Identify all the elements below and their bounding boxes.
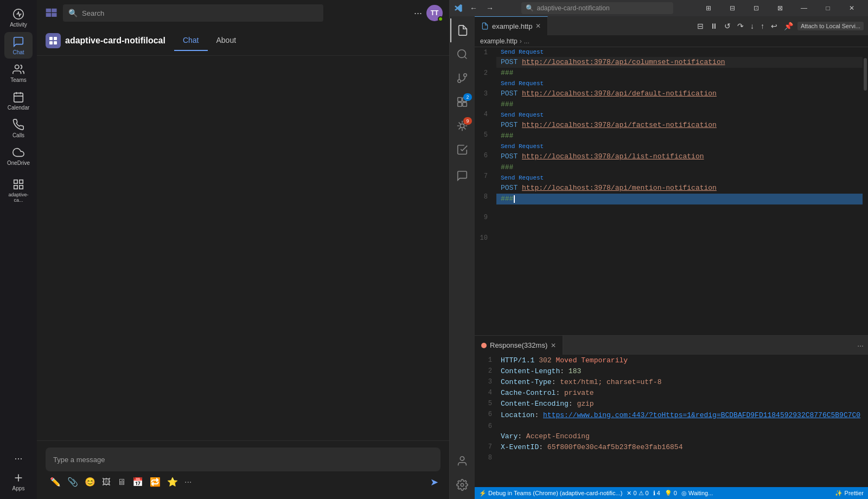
restart-btn[interactable]: ↺	[722, 21, 733, 31]
chat-label: Chat	[12, 49, 24, 55]
chat-input-field[interactable]: Type a message	[46, 447, 441, 471]
send-request-9[interactable]: Send Request	[496, 173, 863, 183]
sidebar-item-app[interactable]: adaptive-ca...	[4, 175, 33, 206]
send-request-7[interactable]: Send Request	[496, 142, 863, 151]
send-request-1[interactable]: Send Request	[496, 47, 863, 57]
sidebar-item-onedrive[interactable]: OneDrive	[4, 143, 33, 169]
svg-rect-2	[14, 93, 23, 103]
vscode-logo-icon	[454, 4, 463, 12]
split-editor-btn[interactable]: ⊟	[695, 21, 706, 31]
attach-icon[interactable]: 📎	[65, 475, 80, 489]
layout-icon-3[interactable]: ⊡	[744, 0, 768, 16]
response-close-btn[interactable]: ✕	[551, 342, 556, 349]
attach-server-btn[interactable]: Attach to Local Servi...	[797, 22, 864, 30]
url-3[interactable]: http://localhost:3978/api/default-notifi…	[522, 88, 717, 99]
editor-line-6: ###	[496, 131, 863, 142]
undo-btn[interactable]: ↩	[769, 21, 780, 31]
method-5: POST	[501, 120, 518, 131]
statusbar-hint-count[interactable]: 💡 0	[665, 490, 677, 497]
praise-icon[interactable]: ⭐	[165, 475, 180, 489]
line-numbers: 1 · 2 · 3 · 4 · 5 · 6 · 7 · 8 · 9	[475, 47, 496, 335]
statusbar-prettier[interactable]: ✨ Prettier	[835, 490, 864, 497]
search-activity-icon[interactable]	[450, 42, 474, 66]
statusbar-info-count[interactable]: ℹ 4	[653, 490, 660, 497]
chat-activity-icon[interactable]	[450, 164, 474, 188]
send-request-5[interactable]: Send Request	[496, 110, 863, 120]
sidebar-item-add-apps[interactable]: Apps	[4, 468, 33, 495]
sidebar-item-teams[interactable]: Teams	[4, 60, 33, 86]
forward-btn[interactable]: →	[482, 1, 497, 15]
send-button[interactable]: ➤	[430, 476, 438, 488]
response-tab[interactable]: Response(332ms) ✕	[475, 336, 563, 355]
editor-line-8: ###	[496, 162, 863, 173]
svg-point-26	[460, 457, 464, 460]
method-9: POST	[501, 183, 518, 194]
test-icon[interactable]	[450, 138, 474, 162]
sidebar-item-chat[interactable]: Chat	[4, 32, 33, 59]
explorer-icon[interactable]	[450, 18, 474, 42]
vscode-editor-area[interactable]: 1 · 2 · 3 · 4 · 5 · 6 · 7 · 8 · 9	[475, 47, 868, 335]
tab-chat[interactable]: Chat	[174, 30, 208, 51]
statusbar-errors[interactable]: ✕ 0 ⚠ 0	[627, 490, 648, 497]
url-5[interactable]: http://localhost:3978/api/factset-notifi…	[522, 120, 717, 131]
extensions-icon[interactable]: 2	[450, 90, 474, 114]
sidebar-item-more[interactable]: ···	[4, 449, 33, 468]
response-line-7: Vary : Accept-Encoding	[501, 431, 868, 442]
url-1[interactable]: http://localhost:3978/api/columnset-noti…	[522, 57, 725, 68]
url-7[interactable]: http://localhost:3978/api/list-notificat…	[522, 151, 704, 162]
step-out-btn[interactable]: ↑	[758, 21, 767, 31]
vscode-search-bar[interactable]: 🔍 adaptive-card-notification	[521, 2, 673, 14]
more-toolbar-icon[interactable]: ···	[182, 475, 194, 489]
loop-icon[interactable]: 🔁	[148, 475, 163, 489]
statusbar-debug-info[interactable]: ⚡ Debug in Teams (Chrome) (adaptive-card…	[479, 490, 622, 497]
teams-main-panel: 🔍 Search ··· TT adaptive-card-notifiloca…	[37, 0, 449, 499]
sidebar-item-calls[interactable]: Calls	[4, 115, 33, 142]
source-control-icon[interactable]	[450, 66, 474, 90]
editor-content: Send Request POST http://localhost:3978/…	[496, 47, 863, 335]
calls-icon	[12, 118, 25, 131]
layout-icon-2[interactable]: ⊟	[720, 0, 744, 16]
window-controls: ⊞ ⊟ ⊡ ⊠ — □ ✕	[697, 0, 864, 16]
settings-icon[interactable]	[450, 473, 474, 497]
screen-share-icon[interactable]: 🖥	[115, 475, 128, 489]
more-options-btn[interactable]: ···	[414, 8, 422, 19]
layout-icon-1[interactable]: ⊞	[697, 0, 720, 16]
format-icon[interactable]: ✏️	[48, 475, 63, 489]
editor-scrollbar[interactable]	[863, 47, 868, 335]
step-over-btn[interactable]: ↷	[735, 21, 746, 31]
avatar[interactable]: TT	[426, 5, 443, 21]
response-line-5: Content-Encoding : gzip	[501, 398, 868, 409]
pin-btn[interactable]: 📌	[782, 21, 795, 31]
editor-toolbar-right: ⊟ ⏸ ↺ ↷ ↓ ↑ ↩ 📌 Attach to Local Servi...	[548, 16, 868, 35]
sidebar-item-activity[interactable]: Activity	[4, 4, 33, 31]
accounts-icon[interactable]	[450, 449, 474, 473]
minimize-btn[interactable]: —	[792, 0, 816, 16]
tab-filename: example.http	[492, 22, 532, 30]
tab-close-btn[interactable]: ✕	[535, 22, 541, 30]
maximize-btn[interactable]: □	[816, 0, 840, 16]
url-9[interactable]: http://localhost:3978/api/mention-notifi…	[522, 183, 717, 194]
calendar-label: Calendar	[8, 105, 30, 111]
editor-tab-example-http[interactable]: example.http ✕	[475, 16, 548, 35]
response-line-6: Location : https://www.bing.com:443/?toH…	[501, 409, 868, 431]
emoji-icon[interactable]: 😊	[82, 475, 98, 489]
info-icon: ℹ	[653, 490, 655, 497]
tab-about[interactable]: About	[208, 30, 245, 51]
teams-search-bar[interactable]: 🔍 Search	[63, 4, 323, 22]
pause-btn[interactable]: ⏸	[708, 21, 720, 31]
apps-label: Apps	[12, 485, 25, 491]
layout-icon-4[interactable]: ⊠	[768, 0, 792, 16]
send-request-3[interactable]: Send Request	[496, 79, 863, 88]
add-apps-icon	[12, 471, 25, 484]
schedule-icon[interactable]: 📅	[130, 475, 145, 489]
close-btn[interactable]: ✕	[840, 0, 864, 16]
step-into-btn[interactable]: ↓	[748, 21, 756, 31]
svg-rect-21	[458, 98, 462, 101]
sidebar-item-calendar[interactable]: Calendar	[4, 87, 33, 114]
debug-icon[interactable]: 9	[450, 114, 474, 138]
titlebar-center: 🔍 adaptive-card-notification	[501, 2, 693, 14]
back-btn[interactable]: ←	[466, 1, 481, 15]
response-more-btn[interactable]: ···	[853, 341, 868, 350]
gif-icon[interactable]: 🖼	[100, 475, 113, 489]
response-line-8: X-EventID : 65f800f0e30c4af5b23f8ee3fab1…	[501, 442, 868, 452]
